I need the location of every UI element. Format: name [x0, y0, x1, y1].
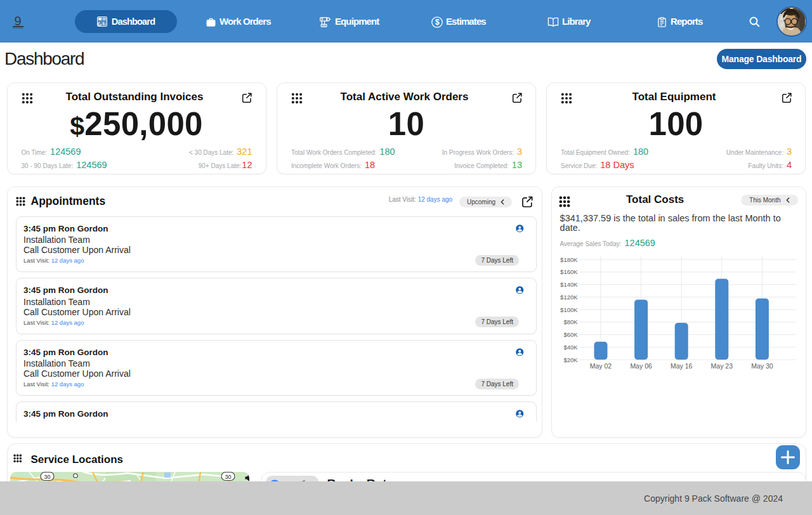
svg-text:May 16: May 16 — [671, 362, 693, 370]
svg-text:May 30: May 30 — [751, 362, 773, 370]
svg-text:$120K: $120K — [560, 293, 578, 300]
svg-text:$60K: $60K — [563, 331, 578, 338]
svg-text:$160K: $160K — [560, 268, 578, 275]
svg-text:$40K: $40K — [563, 343, 578, 350]
svg-text:$80K: $80K — [563, 318, 578, 325]
svg-text:30: 30 — [44, 473, 50, 479]
svg-text:$20K: $20K — [563, 356, 578, 363]
svg-text:$: $ — [435, 18, 440, 27]
svg-text:May 02: May 02 — [590, 362, 612, 370]
svg-text:May 06: May 06 — [630, 362, 652, 370]
svg-text:30: 30 — [225, 473, 231, 479]
svg-text:$140K: $140K — [560, 281, 578, 288]
svg-text:$180K: $180K — [560, 256, 578, 263]
svg-text:$100K: $100K — [560, 306, 578, 313]
svg-text:May 23: May 23 — [711, 362, 733, 370]
